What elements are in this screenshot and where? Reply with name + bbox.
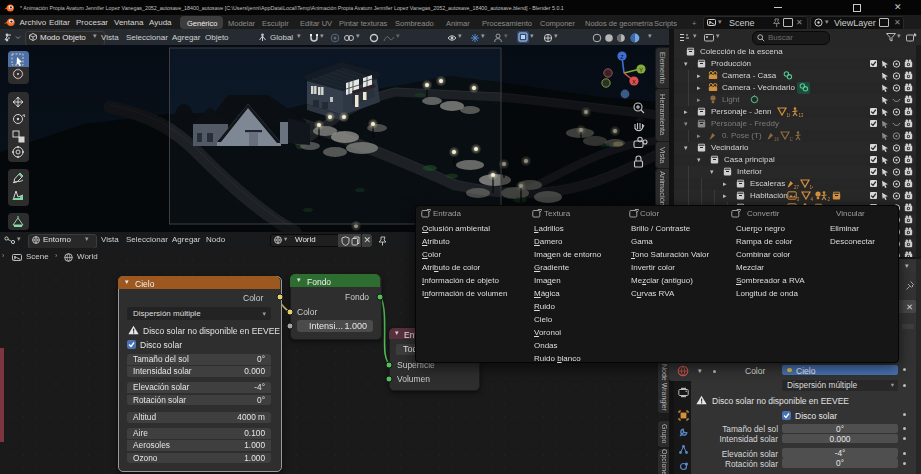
svg-text:27: 27 bbox=[794, 185, 799, 190]
svg-text:13: 13 bbox=[790, 137, 794, 142]
svg-text:X: X bbox=[632, 79, 636, 85]
svg-text:16: 16 bbox=[787, 113, 791, 118]
svg-text:13: 13 bbox=[799, 113, 804, 118]
svg-text:16: 16 bbox=[774, 137, 779, 142]
svg-text:3: 3 bbox=[797, 197, 800, 202]
svg-text:14: 14 bbox=[810, 185, 814, 190]
svg-text:2: 2 bbox=[828, 197, 831, 202]
svg-text:Y: Y bbox=[639, 67, 643, 73]
